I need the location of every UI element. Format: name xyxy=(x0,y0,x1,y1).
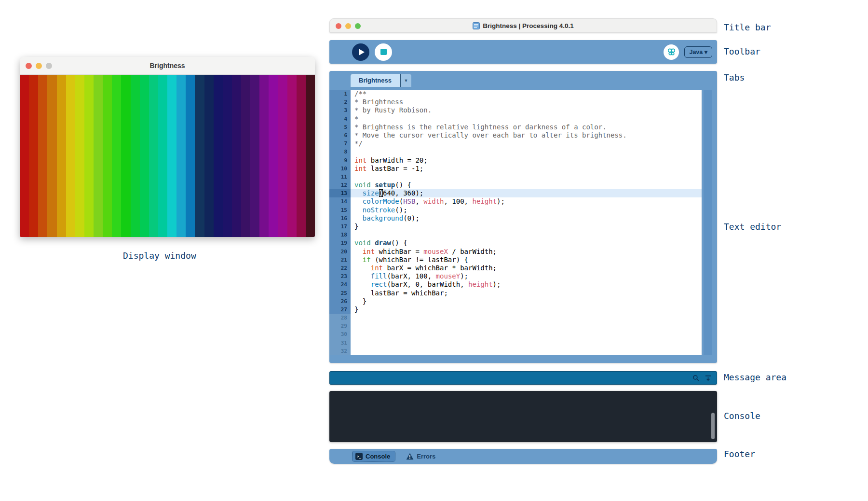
code-text: * Move the cursor vertically over each b… xyxy=(351,131,702,139)
ide-titlebar[interactable]: Brightness | Processing 4.0.1 xyxy=(329,18,717,33)
code-text: size(640, 360); xyxy=(351,189,702,197)
line-number: 7 xyxy=(329,139,351,148)
page: Brightness Display window Brightness | P… xyxy=(0,0,868,501)
line-number: 28 xyxy=(329,314,351,322)
line-number: 12 xyxy=(329,181,351,189)
code-line[interactable]: 1/** xyxy=(329,90,702,98)
tab-brightness[interactable]: Brightness xyxy=(351,74,400,87)
code-text: } xyxy=(351,223,702,231)
ide-footer: >_ Console Errors xyxy=(329,449,717,464)
code-line[interactable]: 11 xyxy=(329,173,702,181)
code-line[interactable]: 19void draw() { xyxy=(329,239,702,247)
code-text xyxy=(351,330,702,338)
color-bar xyxy=(38,75,47,237)
code-line[interactable]: 18 xyxy=(329,231,702,239)
debug-button[interactable] xyxy=(664,44,679,60)
text-cursor: ( xyxy=(379,189,383,197)
minimize-icon[interactable] xyxy=(36,63,42,69)
code-line[interactable]: 30 xyxy=(329,330,702,338)
color-bar xyxy=(214,75,223,237)
code-text: noStroke(); xyxy=(351,206,702,214)
tab-dropdown-button[interactable]: ▼ xyxy=(400,74,411,87)
display-window-titlebar[interactable]: Brightness xyxy=(20,57,315,75)
code-line[interactable]: 27} xyxy=(329,306,702,314)
line-number: 17 xyxy=(329,223,351,231)
run-button[interactable] xyxy=(352,43,369,61)
color-bar xyxy=(112,75,121,237)
color-bar xyxy=(306,75,315,237)
code-line[interactable]: 5* Brightness is the relative lightness … xyxy=(329,123,702,131)
line-number: 23 xyxy=(329,272,351,280)
search-icon[interactable] xyxy=(692,375,700,382)
line-number: 20 xyxy=(329,248,351,256)
footer-tab-errors[interactable]: Errors xyxy=(406,453,435,460)
line-number: 22 xyxy=(329,264,351,272)
code-line[interactable]: 28 xyxy=(329,314,702,322)
stop-icon xyxy=(380,49,387,55)
code-line[interactable]: 12void setup() { xyxy=(329,181,702,189)
code-text: void draw() { xyxy=(351,239,702,247)
line-number: 16 xyxy=(329,214,351,223)
code-text xyxy=(351,173,702,181)
text-editor[interactable]: 1/**2* Brightness3* by Rusty Robison.4*5… xyxy=(329,90,717,355)
annotation-console: Console xyxy=(724,411,760,421)
code-line[interactable]: 4* xyxy=(329,115,702,123)
color-bar xyxy=(250,75,259,237)
code-line[interactable]: 24 rect(barX, 0, barWidth, height); xyxy=(329,280,702,289)
display-window-traffic-lights xyxy=(26,63,52,69)
code-line[interactable]: 21 if (whichBar != lastBar) { xyxy=(329,256,702,264)
line-number: 8 xyxy=(329,148,351,156)
code-line[interactable]: 20 int whichBar = mouseX / barWidth; xyxy=(329,248,702,256)
display-canvas[interactable] xyxy=(20,75,315,237)
minimize-icon[interactable] xyxy=(345,23,351,29)
color-bar xyxy=(66,75,75,237)
code-line[interactable]: 7*/ xyxy=(329,139,702,148)
code-line[interactable]: 3* by Rusty Robison. xyxy=(329,106,702,114)
color-bar xyxy=(186,75,195,237)
line-number: 25 xyxy=(329,289,351,297)
code-line[interactable]: 32 xyxy=(329,347,702,355)
annotation-display-window: Display window xyxy=(123,250,196,261)
code-line[interactable]: 31 xyxy=(329,339,702,347)
scroll-to-bottom-icon[interactable] xyxy=(705,375,712,382)
mode-dropdown[interactable]: Java ▾ xyxy=(684,46,712,58)
code-line[interactable]: 22 int barX = whichBar * barWidth; xyxy=(329,264,702,272)
annotation-message-area: Message area xyxy=(724,372,787,382)
code-line[interactable]: 10int lastBar = -1; xyxy=(329,165,702,173)
scrollbar-thumb[interactable] xyxy=(704,90,712,355)
code-text: void setup() { xyxy=(351,181,702,189)
code-line[interactable]: 13 size(640, 360); xyxy=(329,189,702,197)
line-number: 31 xyxy=(329,339,351,347)
code-line[interactable]: 15 noStroke(); xyxy=(329,206,702,214)
code-line[interactable]: 17} xyxy=(329,223,702,231)
line-number: 2 xyxy=(329,98,351,106)
code-line[interactable]: 2* Brightness xyxy=(329,98,702,106)
color-bar xyxy=(121,75,130,237)
ide-title-text: Brightness | Processing 4.0.1 xyxy=(483,22,573,29)
zoom-icon[interactable] xyxy=(355,23,361,29)
console-scrollbar-thumb[interactable] xyxy=(711,413,715,439)
console-panel[interactable] xyxy=(329,391,717,442)
close-icon[interactable] xyxy=(26,63,32,69)
code-line[interactable]: 16 background(0); xyxy=(329,214,702,223)
footer-tab-console[interactable]: >_ Console xyxy=(352,451,395,462)
editor-lines[interactable]: 1/**2* Brightness3* by Rusty Robison.4*5… xyxy=(329,90,702,355)
code-line[interactable]: 9int barWidth = 20; xyxy=(329,156,702,165)
code-line[interactable]: 25 lastBar = whichBar; xyxy=(329,289,702,297)
stop-button[interactable] xyxy=(375,43,392,61)
code-text: colorMode(HSB, width, 100, height); xyxy=(351,197,702,206)
line-number: 9 xyxy=(329,156,351,165)
code-line[interactable]: 23 fill(barX, 100, mouseY); xyxy=(329,272,702,280)
code-line[interactable]: 26 } xyxy=(329,297,702,306)
code-text: /** xyxy=(351,90,702,98)
code-line[interactable]: 8 xyxy=(329,148,702,156)
editor-scrollbar[interactable] xyxy=(702,90,713,355)
color-bar xyxy=(84,75,94,237)
code-line[interactable]: 14 colorMode(HSB, width, 100, height); xyxy=(329,197,702,206)
line-number: 26 xyxy=(329,297,351,306)
code-line[interactable]: 6* Move the cursor vertically over each … xyxy=(329,131,702,139)
code-line[interactable]: 29 xyxy=(329,322,702,330)
color-bar xyxy=(57,75,66,237)
close-icon[interactable] xyxy=(336,23,341,29)
code-text xyxy=(351,339,702,347)
